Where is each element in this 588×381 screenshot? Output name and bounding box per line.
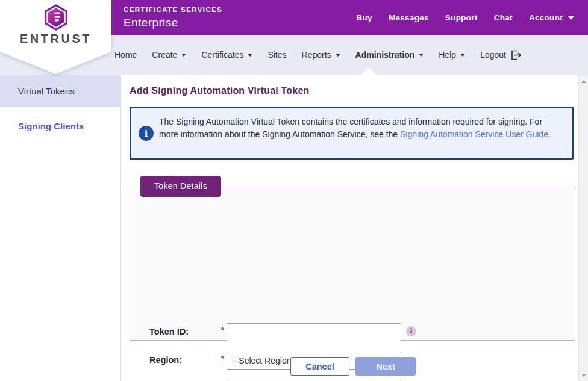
nav-item-create[interactable]: Create <box>152 50 186 60</box>
nav-item-logout[interactable]: Logout <box>480 50 522 60</box>
nav-item-label: Logout <box>480 50 506 60</box>
logo-container: ENTRUST <box>0 0 111 74</box>
user-guide-link[interactable]: Signing Automation Service User Guide. <box>400 129 551 139</box>
app-name: Enterprise <box>124 16 222 29</box>
nav-item-label: Sites <box>267 50 286 60</box>
token-id-label: Token ID: <box>149 327 189 336</box>
sidebar-item-virtual-tokens[interactable]: Virtual Tokens <box>0 75 120 107</box>
chevron-down-icon <box>336 54 340 57</box>
logout-icon <box>510 50 522 60</box>
nav-item-reports[interactable]: Reports <box>302 50 340 60</box>
page-title: Add Signing Automation Virtual Token <box>130 85 309 96</box>
header-link-messages[interactable]: Messages <box>389 13 429 22</box>
sidebar: Virtual Tokens Signing Clients <box>0 75 121 381</box>
header-link-label: Messages <box>389 13 429 22</box>
chevron-down-icon <box>460 54 465 57</box>
token-id-input[interactable] <box>227 323 401 341</box>
main-content: Add Signing Automation Virtual Token The… <box>121 75 578 381</box>
entrust-logo[interactable]: ENTRUST <box>0 0 111 74</box>
nav-items: Home Create Certificates Sites Reports A… <box>114 35 522 75</box>
scroll-up-button[interactable] <box>579 76 588 86</box>
required-marker: * <box>221 354 224 363</box>
nav-item-administration[interactable]: Administration <box>355 50 424 60</box>
sidebar-item-label: Signing Clients <box>18 121 84 131</box>
info-icon <box>139 126 154 141</box>
sidebar-item-label: Virtual Tokens <box>18 86 75 96</box>
header-link-account[interactable]: Account <box>529 13 575 22</box>
info-banner: The Signing Automation Virtual Token con… <box>130 107 574 160</box>
header-link-label: Support <box>445 13 478 22</box>
header-link-buy[interactable]: Buy <box>356 13 372 22</box>
token-id-info-icon[interactable] <box>406 326 416 336</box>
token-details-tab: Token Details <box>140 176 221 197</box>
nav-item-sites[interactable]: Sites <box>267 50 286 60</box>
nav-item-certificates[interactable]: Certificates <box>201 50 252 60</box>
header-link-label: Chat <box>494 13 513 22</box>
header-link-support[interactable]: Support <box>445 13 478 22</box>
chevron-down-icon <box>419 54 424 57</box>
sidebar-item-signing-clients[interactable]: Signing Clients <box>0 121 120 131</box>
scroll-down-button[interactable] <box>579 370 588 380</box>
arrow-up-icon <box>581 80 586 83</box>
nav-item-label: Reports <box>302 50 331 60</box>
cancel-button[interactable]: Cancel <box>290 357 349 376</box>
nav-item-home[interactable]: Home <box>114 50 137 60</box>
nav-item-label: Certificates <box>201 50 243 60</box>
chevron-down-icon <box>248 54 252 57</box>
header-link-label: Buy <box>356 13 372 22</box>
active-nav-notch <box>361 67 377 75</box>
app-brand: CERTIFICATE SERVICES Enterprise <box>124 6 222 29</box>
nav-item-label: Help <box>439 50 456 60</box>
next-button[interactable]: Next <box>355 357 416 376</box>
nav-item-label: Administration <box>355 50 415 60</box>
required-marker: * <box>221 326 224 335</box>
nav-item-label: Home <box>114 50 137 60</box>
nav-item-help[interactable]: Help <box>439 50 465 60</box>
header-links: Buy Messages Support Chat Account <box>356 0 575 35</box>
logo-wordmark: ENTRUST <box>20 32 92 46</box>
nav-item-label: Create <box>152 50 177 60</box>
entrust-hexagon-icon <box>44 4 68 31</box>
header-link-chat[interactable]: Chat <box>494 13 513 22</box>
header-link-label: Account <box>529 13 563 22</box>
region-label: Region: <box>149 355 182 365</box>
info-banner-text: The Signing Automation Virtual Token con… <box>159 116 552 140</box>
chevron-down-icon <box>568 16 575 20</box>
app-label: CERTIFICATE SERVICES <box>124 6 222 13</box>
token-details-panel: Token ID: * Region: * --Select Region-- … <box>130 187 575 341</box>
arrow-down-icon <box>581 374 586 377</box>
vertical-scrollbar[interactable] <box>578 75 588 381</box>
region-select-value: --Select Region-- <box>233 356 297 365</box>
chevron-down-icon <box>181 54 186 57</box>
